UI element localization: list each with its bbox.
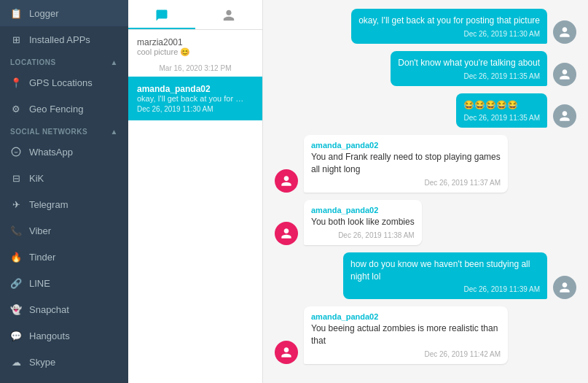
chevron-up-icon: ▲ (111, 58, 118, 66)
sidebar-label-apps: Installed APPs (29, 34, 90, 45)
message-bubble: how do you know we haven't been studying… (343, 252, 547, 300)
message-row: okay, I'll get back at you for posting t… (275, 9, 576, 44)
sidebar-label-line: LINE (29, 278, 50, 289)
sidebar-item-gps[interactable]: 📍 GPS Locations (0, 69, 128, 96)
message-bubble: okay, I'll get back at you for posting t… (351, 9, 547, 44)
message-text: You beeing actual zombies is more realis… (311, 322, 501, 347)
sidebar-item-viber[interactable]: 📞 Viber (0, 217, 128, 244)
section-header-locations: LOCATIONS ▲ (0, 53, 128, 69)
conv-item-preview: okay, I'll get back at you for posting t… (137, 94, 246, 103)
avatar (553, 276, 576, 299)
message-time: Dec 26, 2019 11:42 AM (311, 350, 501, 358)
message-text: 😂😂😂😂😂 (463, 99, 540, 112)
avatar (275, 341, 298, 364)
message-time: Dec 26, 2019 11:38 AM (311, 231, 415, 239)
message-time: Dec 26, 2019 11:39 AM (350, 285, 540, 293)
sidebar-item-instagram[interactable]: 📷 Instagram Messages (0, 375, 128, 383)
sidebar-item-tinder[interactable]: 🔥 Tinder (0, 244, 128, 270)
message-bubble: amanda_panda02 You and Frank really need… (304, 135, 508, 193)
message-time: Dec 26, 2019 11:35 AM (463, 114, 540, 122)
message-text: how do you know we haven't been studying… (350, 258, 540, 283)
sidebar-item-hangouts[interactable]: 💬 Hangouts (0, 322, 128, 349)
message-bubble: Don't know what you're talking about Dec… (391, 51, 547, 86)
sidebar-item-telegram[interactable]: ✈ Telegram (0, 191, 128, 217)
tab-contacts[interactable] (195, 4, 262, 29)
sidebar-label-viber: Viber (29, 225, 51, 236)
kik-icon: ⊟ (10, 172, 22, 184)
middle-panel: marzia2001 cool picture 😊 Mar 16, 2020 3… (128, 0, 263, 383)
message-row: amanda_panda02 You both look like zombie… (275, 200, 576, 245)
sidebar-label-snapchat: Snapchat (29, 304, 69, 315)
logger-icon: 📋 (10, 7, 22, 19)
hangouts-icon: 💬 (10, 330, 22, 341)
skype-icon: ☁ (10, 356, 22, 368)
message-bubble: amanda_panda02 You both look like zombie… (304, 200, 422, 245)
avatar (553, 20, 576, 44)
message-bubble: 😂😂😂😂😂 Dec 26, 2019 11:35 AM (456, 93, 547, 128)
middle-tabs (128, 0, 262, 30)
sidebar-item-installed-apps[interactable]: ⊞ Installed APPs (0, 26, 128, 53)
avatar (553, 63, 576, 86)
sidebar-item-line[interactable]: 🔗 LINE (0, 270, 128, 296)
sidebar-item-geo-fencing[interactable]: ⚙ Geo Fencing (0, 96, 128, 122)
sidebar-label-skype: Skype (29, 357, 55, 368)
conv-sub: cool picture 😊 (137, 47, 254, 57)
sidebar-label-kik: KiK (29, 173, 44, 184)
sidebar-item-snapchat[interactable]: 👻 Snapchat (0, 296, 128, 322)
conv-date-sep: Mar 16, 2020 3:12 PM (128, 60, 262, 77)
sidebar-item-skype[interactable]: ☁ Skype (0, 349, 128, 375)
sidebar-label-tinder: Tinder (29, 252, 55, 263)
whatsapp-icon (10, 146, 22, 158)
message-text: You both look like zombies (311, 216, 415, 228)
message-row: how do you know we haven't been studying… (275, 252, 576, 300)
message-time: Dec 26, 2019 11:30 AM (358, 30, 540, 38)
svg-point-0 (12, 147, 20, 156)
gps-icon: 📍 (10, 77, 22, 88)
message-row: Don't know what you're talking about Dec… (275, 51, 576, 86)
conv-item-name: amanda_panda02 (137, 84, 254, 94)
message-text: okay, I'll get back at you for posting t… (358, 15, 540, 27)
sidebar-label-telegram: Telegram (29, 199, 68, 210)
message-sender: amanda_panda02 (311, 312, 501, 321)
avatar (275, 222, 298, 245)
message-time: Dec 26, 2019 11:35 AM (398, 72, 540, 80)
chevron-up-icon-social: ▲ (111, 128, 118, 136)
conv-list-item[interactable]: amanda_panda02 okay, I'll get back at yo… (128, 77, 262, 120)
message-row: amanda_panda02 You and Frank really need… (275, 135, 576, 193)
line-icon: 🔗 (10, 277, 22, 289)
sidebar-label-geo: Geo Fencing (29, 104, 83, 115)
sidebar-label-hangouts: Hangouts (29, 330, 70, 341)
tab-messages[interactable] (128, 4, 195, 29)
snapchat-icon: 👻 (10, 303, 22, 315)
sidebar: 📋 Logger ⊞ Installed APPs LOCATIONS ▲ 📍 … (0, 0, 128, 383)
sidebar-item-kik[interactable]: ⊟ KiK (0, 165, 128, 191)
chat-area: okay, I'll get back at you for posting t… (263, 0, 588, 383)
geo-icon: ⚙ (10, 103, 22, 115)
tinder-icon: 🔥 (10, 251, 22, 263)
message-sender: amanda_panda02 (311, 141, 501, 150)
message-text: You and Frank really need to stop playin… (311, 151, 501, 176)
conversation-header: marzia2001 cool picture 😊 (128, 30, 262, 60)
sidebar-label-logger: Logger (29, 8, 58, 19)
conv-item-time: Dec 26, 2019 11:30 AM (137, 105, 254, 113)
message-row: amanda_panda02 You beeing actual zombies… (275, 306, 576, 364)
apps-icon: ⊞ (10, 34, 22, 45)
sidebar-item-logger[interactable]: 📋 Logger (0, 0, 128, 26)
viber-icon: 📞 (10, 225, 22, 236)
message-sender: amanda_panda02 (311, 206, 415, 214)
message-time: Dec 26, 2019 11:37 AM (311, 179, 501, 187)
message-bubble: amanda_panda02 You beeing actual zombies… (304, 306, 508, 364)
section-header-social: SOCIAL NETWORKS ▲ (0, 122, 128, 139)
message-row: 😂😂😂😂😂 Dec 26, 2019 11:35 AM (275, 93, 576, 128)
avatar (553, 104, 576, 128)
sidebar-item-whatsapp[interactable]: WhatsApp (0, 139, 128, 165)
sidebar-label-gps: GPS Locations (29, 77, 93, 88)
telegram-icon: ✈ (10, 198, 22, 210)
message-text: Don't know what you're talking about (398, 57, 540, 69)
conv-username: marzia2001 (137, 37, 254, 47)
sidebar-label-whatsapp: WhatsApp (29, 147, 73, 158)
avatar (275, 169, 298, 193)
